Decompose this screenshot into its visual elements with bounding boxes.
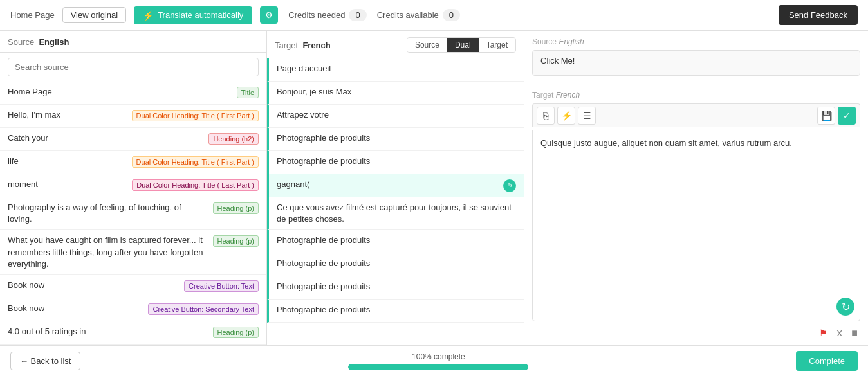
settings-button[interactable]: ⚙: [260, 6, 278, 24]
list-item[interactable]: Photographie de produits: [267, 300, 524, 323]
mid-row-text: Photographie de produits: [277, 132, 516, 144]
bolt-translate-button[interactable]: ⚡: [557, 107, 575, 125]
editor-text-area: Quisque justo augue, aliquet non quam si…: [532, 130, 860, 321]
editor-footer-toolbar: ⚑ ⅹ ■: [532, 321, 860, 340]
mid-row-text: gagnant(: [277, 179, 501, 190]
row-tag: Title: [237, 87, 259, 98]
editor-source-section: Source English Click Me!: [524, 31, 868, 85]
row-tag: Dual Color Heading: Title ( First Part ): [132, 156, 259, 168]
list-item[interactable]: MaxboomDual Color Heading: Title ( First…: [0, 345, 266, 345]
list-item[interactable]: Ce que vous avez filmé est capturé pour …: [267, 197, 524, 230]
row-text: Book now: [8, 303, 143, 314]
list-item[interactable]: Page d'accueil: [267, 58, 524, 82]
copy-button[interactable]: ⎘: [537, 107, 555, 125]
progress-bar-fill: [348, 364, 528, 370]
row-text: Book now: [8, 280, 179, 291]
send-feedback-button[interactable]: Send Feedback: [779, 5, 858, 25]
row-text: Catch your: [8, 132, 203, 144]
list-item[interactable]: Photographie de produits: [267, 151, 524, 174]
list-item[interactable]: gagnant(✎: [267, 174, 524, 197]
row-tag: Dual Color Heading: Title ( Last Part ): [132, 179, 259, 191]
list-item[interactable]: Hello, I'm maxDual Color Heading: Title …: [0, 105, 266, 128]
mid-row-text: Photographie de produits: [277, 156, 516, 167]
row-tag: Heading (p): [213, 327, 259, 338]
toggle-dual-button[interactable]: Dual: [447, 38, 479, 52]
row-tag: Creative Button: Secondary Text: [148, 303, 259, 315]
complete-button[interactable]: Complete: [796, 351, 858, 371]
row-text: life: [8, 156, 127, 167]
credits-available-section: Credits available 0: [377, 9, 460, 21]
progress-bar-wrap: [348, 364, 528, 370]
mid-row-text: Bonjour, je suis Max: [277, 86, 516, 98]
list-item[interactable]: 4.0 out of 5 ratings inHeading (p): [0, 321, 266, 345]
target-panel: Target French Source Dual Target Page d'…: [267, 31, 524, 345]
row-text: moment: [8, 179, 127, 190]
list-item[interactable]: Photography is a way of feeling, of touc…: [0, 197, 266, 230]
row-tag: Dual Color Heading: Title ( First Part ): [132, 110, 259, 121]
list-item[interactable]: Book nowCreative Button: Secondary Text: [0, 298, 266, 321]
home-page-label: Home Page: [10, 10, 55, 20]
translate-automatically-button[interactable]: ⚡ Translate automatically: [134, 6, 252, 24]
bolt-icon: ⚡: [143, 10, 154, 21]
row-text: What you have caught on film is captured…: [8, 235, 208, 270]
source-panel-title: Source English: [8, 37, 69, 47]
row-tag: Heading (p): [213, 202, 259, 214]
list-item[interactable]: Photographie de produits: [267, 128, 524, 151]
more-options-button[interactable]: ■: [849, 325, 860, 340]
list-item[interactable]: momentDual Color Heading: Title ( Last P…: [0, 174, 266, 197]
target-panel-title: Target French: [275, 40, 331, 50]
mid-row-text: Photographie de produits: [277, 304, 516, 316]
mid-row-text: Page d'accueil: [277, 63, 516, 75]
edit-icon: ✎: [503, 179, 516, 192]
source-panel-header: Source English: [0, 31, 266, 53]
editor-target-label: Target French: [532, 85, 860, 100]
mid-row-text: Attrapez votre: [277, 109, 516, 121]
row-tag: Heading (p): [213, 235, 259, 247]
source-rows: Home PageTitleHello, I'm maxDual Color H…: [0, 82, 266, 345]
list-item[interactable]: Photographie de produits: [267, 253, 524, 276]
list-item[interactable]: Photographie de produits: [267, 276, 524, 300]
view-toggle-group: Source Dual Target: [407, 37, 516, 53]
list-item[interactable]: Attrapez votre: [267, 105, 524, 128]
row-text: Home Page: [8, 86, 232, 98]
editor-toolbar: ⎘ ⚡ ☰ 💾 ✓: [532, 103, 860, 127]
target-rows: Page d'accueilBonjour, je suis MaxAttrap…: [267, 58, 524, 345]
translate-icon-button[interactable]: ⅹ: [834, 325, 845, 340]
list-item[interactable]: Catch yourHeading (h2): [0, 128, 266, 151]
source-content-box: Click Me!: [532, 50, 860, 76]
search-box: [8, 58, 259, 76]
editor-source-label: Source English: [532, 37, 860, 46]
progress-section: 100% complete: [91, 352, 786, 370]
refresh-button[interactable]: ↻: [836, 298, 854, 316]
row-text: Hello, I'm max: [8, 109, 127, 121]
source-panel: Source English Home PageTitleHello, I'm …: [0, 31, 267, 345]
mid-row-text: Photographie de produits: [277, 281, 516, 292]
list-item[interactable]: What you have caught on film is captured…: [0, 230, 266, 275]
row-text: Photography is a way of feeling, of touc…: [8, 202, 208, 225]
main-layout: Source English Home PageTitleHello, I'm …: [0, 31, 868, 345]
confirm-editor-button[interactable]: ✓: [838, 107, 856, 125]
view-original-button[interactable]: View original: [62, 7, 126, 23]
list-item[interactable]: Book nowCreative Button: Text: [0, 275, 266, 298]
credits-needed-label: Credits needed: [288, 10, 345, 20]
editor-panel: Source English Click Me! Target French ⎘…: [524, 31, 868, 345]
credits-available-label: Credits available: [377, 10, 439, 20]
list-button[interactable]: ☰: [578, 107, 596, 125]
row-tag: Heading (h2): [208, 133, 259, 145]
toggle-target-button[interactable]: Target: [479, 38, 515, 52]
list-item[interactable]: Bonjour, je suis Max: [267, 82, 524, 105]
editor-content: Quisque justo augue, aliquet non quam si…: [540, 138, 792, 148]
save-editor-button[interactable]: 💾: [817, 107, 835, 125]
search-input[interactable]: [8, 58, 259, 76]
list-item[interactable]: Photographie de produits: [267, 230, 524, 253]
list-item[interactable]: Home PageTitle: [0, 82, 266, 105]
mid-row-text: Photographie de produits: [277, 258, 516, 269]
list-item[interactable]: lifeDual Color Heading: Title ( First Pa…: [0, 151, 266, 174]
toggle-source-button[interactable]: Source: [407, 38, 447, 52]
back-to-list-button[interactable]: ← Back to list: [10, 352, 80, 370]
credits-available-value: 0: [443, 9, 460, 21]
row-tag: Creative Button: Text: [184, 280, 259, 292]
progress-label: 100% complete: [412, 352, 465, 361]
flag-button[interactable]: ⚑: [817, 325, 830, 340]
editor-target-area: Target French ⎘ ⚡ ☰ 💾 ✓ Quisque justo au…: [524, 85, 868, 345]
